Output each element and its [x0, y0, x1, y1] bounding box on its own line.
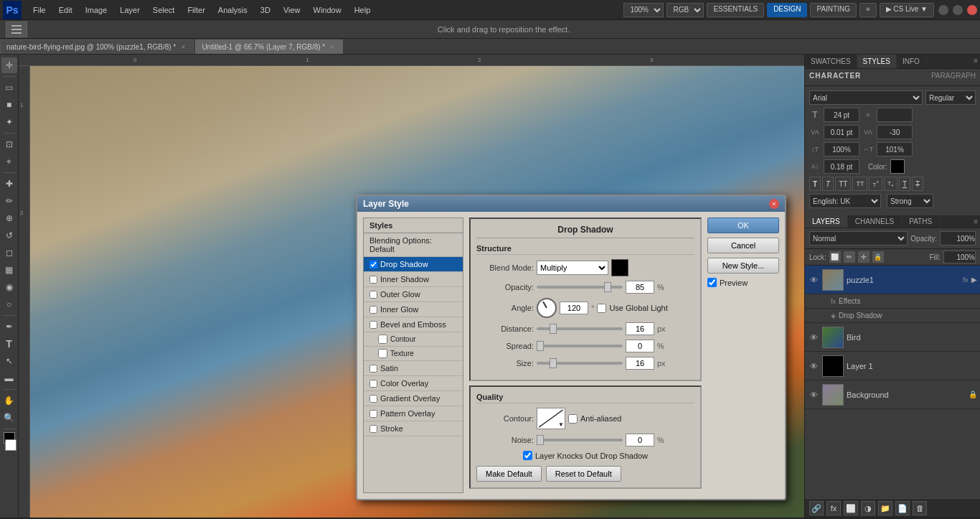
doc-tab-0-close[interactable]: ×: [179, 43, 187, 52]
underline-btn[interactable]: T: [899, 177, 910, 191]
background-color[interactable]: [5, 439, 17, 451]
tool-blur[interactable]: ◉: [1, 279, 17, 295]
contour-checkbox[interactable]: [378, 335, 387, 344]
language-select[interactable]: English: UK: [809, 194, 881, 208]
layer-eye-puzzle1[interactable]: 👁: [808, 274, 819, 286]
outer-glow-checkbox[interactable]: [369, 291, 377, 299]
make-default-btn[interactable]: Make Default: [476, 466, 542, 482]
contour-thumbnail[interactable]: ▼: [537, 408, 565, 429]
menu-window[interactable]: Window: [308, 4, 347, 16]
close-app-btn[interactable]: [967, 5, 977, 15]
link-layers-btn[interactable]: 🔗: [809, 501, 824, 515]
layer-item-bird[interactable]: 👁 Bird: [805, 323, 980, 352]
lock-transparent-btn[interactable]: ⬜: [829, 251, 841, 263]
menu-layer[interactable]: Layer: [114, 4, 146, 16]
texture-checkbox[interactable]: [378, 349, 387, 358]
styles-item-drop-shadow[interactable]: Drop Shadow: [364, 257, 463, 272]
tool-history-brush[interactable]: ↺: [1, 228, 17, 243]
layers-panel-menu-btn[interactable]: ≡: [971, 215, 980, 228]
tool-gradient[interactable]: ▦: [1, 262, 17, 278]
styles-item-outer-glow[interactable]: Outer Glow: [364, 287, 463, 302]
tool-quick-select[interactable]: ✦: [1, 114, 17, 130]
font-style-select[interactable]: Regular: [925, 90, 976, 105]
more-workspaces-btn[interactable]: »: [859, 3, 877, 17]
tool-type[interactable]: T: [1, 336, 17, 352]
drop-shadow-checkbox[interactable]: [369, 261, 377, 268]
stroke-checkbox[interactable]: [369, 425, 377, 433]
styles-item-bevel[interactable]: Bevel and Emboss: [364, 317, 463, 332]
blend-mode-select[interactable]: MultiplyNormalScreen: [537, 261, 608, 275]
styles-item-texture[interactable]: Texture: [364, 347, 463, 361]
dialog-close-btn[interactable]: ×: [769, 199, 779, 209]
spread-input[interactable]: [626, 340, 654, 352]
new-style-button[interactable]: New Style...: [707, 258, 779, 273]
menu-file[interactable]: File: [27, 4, 52, 16]
kerning-input[interactable]: [824, 125, 859, 139]
minimize-btn[interactable]: [938, 5, 948, 15]
anti-alias-select[interactable]: Strong: [887, 194, 933, 208]
doc-tab-0[interactable]: nature-bird-flying-red.jpg @ 100% (puzzl…: [0, 39, 194, 54]
satin-checkbox[interactable]: [369, 365, 377, 373]
doc-tab-1[interactable]: Untitled-1 @ 66.7% (Layer 7, RGB/8) * ×: [195, 39, 343, 54]
opacity-slider[interactable]: [537, 286, 623, 289]
tool-zoom[interactable]: 🔍: [1, 410, 17, 426]
font-size-input[interactable]: [824, 108, 859, 122]
fg-bg-colors[interactable]: [2, 432, 17, 451]
layers-tab[interactable]: LAYERS: [805, 215, 848, 228]
info-tab[interactable]: INFO: [897, 55, 926, 68]
spread-slider[interactable]: [537, 345, 623, 347]
color-overlay-checkbox[interactable]: [369, 380, 377, 388]
layer-eye-layer1[interactable]: 👁: [808, 360, 819, 372]
layer-item-puzzle1[interactable]: 👁 puzzle1 fx ▶: [805, 266, 980, 294]
styles-item-inner-glow[interactable]: Inner Glow: [364, 302, 463, 317]
preview-checkbox[interactable]: [707, 278, 717, 287]
drop-shadow-color-swatch[interactable]: [611, 259, 628, 276]
small-caps-btn[interactable]: TT: [852, 177, 867, 191]
tool-pen[interactable]: ✒: [1, 319, 17, 335]
superscript-btn[interactable]: T+: [869, 177, 882, 191]
subscript-btn[interactable]: T+: [884, 177, 897, 191]
fill-input[interactable]: [943, 251, 976, 263]
menu-select[interactable]: Select: [147, 4, 181, 16]
paragraph-tab[interactable]: PARAGRAPH: [931, 72, 976, 80]
styles-item-color-overlay[interactable]: Color Overlay: [364, 376, 463, 391]
bevel-checkbox[interactable]: [369, 321, 377, 329]
styles-item-pattern-overlay[interactable]: Pattern Overlay: [364, 406, 463, 421]
opacity-input[interactable]: [626, 281, 654, 294]
menu-3d[interactable]: 3D: [255, 4, 276, 16]
tool-path-select[interactable]: ↖: [1, 353, 17, 369]
styles-item-inner-shadow[interactable]: Inner Shadow: [364, 272, 463, 287]
channel-select[interactable]: RGB: [666, 3, 704, 17]
styles-item-gradient-overlay[interactable]: Gradient Overlay: [364, 391, 463, 406]
lock-position-btn[interactable]: ✛: [858, 251, 870, 263]
menu-view[interactable]: View: [278, 4, 306, 16]
menu-filter[interactable]: Filter: [182, 4, 210, 16]
doc-tab-1-close[interactable]: ×: [328, 43, 336, 52]
tool-crop[interactable]: ⊡: [1, 136, 17, 152]
horizontal-scale-input[interactable]: [877, 142, 913, 156]
cs-live-btn[interactable]: ▶ CS Live ▼: [880, 3, 934, 17]
tool-lasso[interactable]: ■: [1, 97, 17, 113]
reset-to-default-btn[interactable]: Reset to Default: [546, 466, 621, 482]
baseline-input[interactable]: [824, 159, 859, 174]
tool-clone[interactable]: ⊕: [1, 210, 17, 226]
inner-shadow-checkbox[interactable]: [369, 276, 377, 284]
add-style-btn[interactable]: fx: [826, 501, 841, 515]
panel-menu-btn[interactable]: ≡: [971, 55, 980, 68]
tool-dodge[interactable]: ○: [1, 296, 17, 312]
inner-glow-checkbox[interactable]: [369, 306, 377, 314]
lock-all-btn[interactable]: 🔒: [872, 251, 884, 263]
channels-tab[interactable]: CHANNELS: [848, 215, 902, 228]
styles-item-stroke[interactable]: Stroke: [364, 421, 463, 436]
ok-button[interactable]: OK: [707, 218, 779, 233]
anti-alias-checkbox[interactable]: [568, 414, 578, 424]
use-global-light-checkbox[interactable]: [597, 304, 606, 313]
tool-rect-select[interactable]: ▭: [1, 80, 17, 95]
layer-knocks-out-checkbox[interactable]: [523, 451, 532, 460]
new-fill-layer-btn[interactable]: ◑: [861, 501, 875, 515]
tool-eyedropper[interactable]: ⌖: [1, 154, 17, 169]
essentials-btn[interactable]: ESSENTIALS: [707, 3, 764, 17]
vertical-scale-input[interactable]: [824, 142, 859, 156]
design-btn[interactable]: DESIGN: [767, 3, 807, 17]
new-layer-btn[interactable]: 📄: [895, 501, 910, 515]
